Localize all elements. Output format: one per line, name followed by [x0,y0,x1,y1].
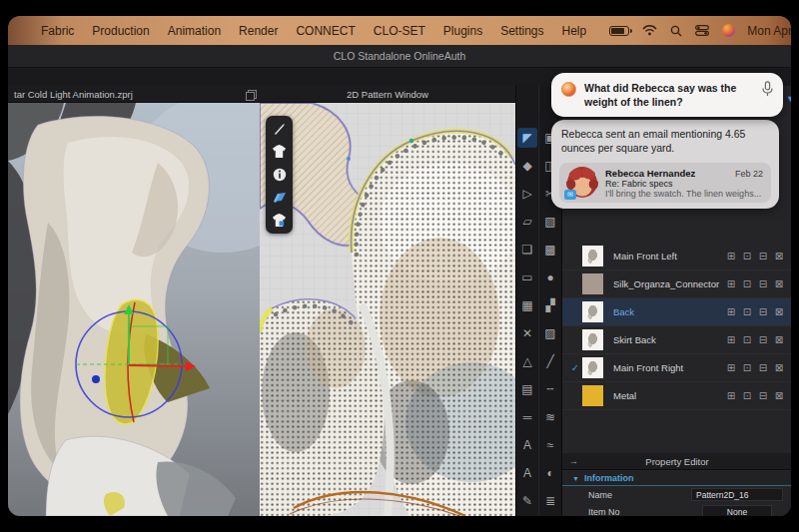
seam-allowance-tool[interactable]: ═ [517,407,537,427]
pleats-tool[interactable]: ▤ [517,379,537,399]
row-checkmark-icon[interactable]: ✓ [568,362,582,373]
duplicate-icon[interactable]: ⊠ [773,278,785,289]
add-icon[interactable]: ⊞ [725,390,737,401]
assign-icon[interactable]: ⊡ [741,278,753,289]
assign-icon[interactable]: ⊡ [741,390,753,401]
search-icon[interactable] [670,25,682,37]
pen-icon[interactable] [271,121,288,137]
menu-item-plugins[interactable]: Plugins [434,24,491,38]
fabric-swatch-thumbnail[interactable] [582,329,603,350]
save-icon[interactable]: ⊟ [757,362,769,373]
object-row[interactable]: Silk_Organza_Connector⊞⊡⊟⊠ [562,270,791,298]
garment-texture-tool[interactable]: ▨ [540,323,560,343]
menu-item-fabric[interactable]: Fabric [32,24,83,38]
duplicate-icon[interactable]: ⊠ [773,362,785,373]
name-label: Name [588,490,691,500]
section-information[interactable]: ▼ Information [562,471,791,486]
assign-icon[interactable]: ⊡ [741,306,753,317]
assign-icon[interactable]: ⊡ [741,334,753,345]
menu-item-animation[interactable]: Animation [159,24,230,38]
object-row[interactable]: Metal⊞⊡⊟⊠ [562,382,791,410]
duplicate-icon[interactable]: ⊠ [773,251,785,262]
save-icon[interactable]: ⊟ [757,306,769,317]
menu-item-settings[interactable]: Settings [491,24,552,38]
pattern2d-header: 2D Pattern Window [260,86,515,103]
itemno-input[interactable]: None [702,505,772,516]
dock-icon[interactable]: → [569,456,578,466]
menu-item-production[interactable]: Production [83,24,158,38]
menu-item-connect[interactable]: CONNECT [287,24,364,38]
assistant-query-bubble[interactable]: What did Rebecca say was the weight of t… [551,73,783,117]
fabric-blue-icon[interactable] [271,190,288,206]
control-center-icon[interactable] [695,25,709,36]
add-icon[interactable]: ⊞ [725,251,737,262]
fabric-swatch-thumbnail[interactable] [582,301,603,322]
add-icon[interactable]: ⊞ [725,334,737,345]
pattern-piece-bottom-left[interactable] [260,299,385,516]
duplicate-icon[interactable]: ⊠ [773,390,785,401]
viewport3d-canvas[interactable] [8,103,260,516]
assign-icon[interactable]: ⊡ [741,251,753,262]
dashed-line-tool[interactable]: ╌ [540,379,560,399]
fabric-swatch-thumbnail[interactable] [582,273,603,294]
edit-pattern-tool[interactable]: ◆ [517,156,537,176]
garment-fabric-icon[interactable] [271,213,288,229]
fabric-swatch-thumbnail[interactable] [582,246,603,266]
solidify-tool[interactable]: ● [540,267,560,287]
create-rectangle-tool[interactable]: ▭ [517,267,537,287]
grading-tool[interactable]: ✎ [517,491,537,511]
fabric-swatch-thumbnail[interactable] [582,357,603,378]
avatar: ✉ [567,168,597,198]
gizmo-z-handle[interactable] [92,375,100,383]
save-icon[interactable]: ⊟ [757,251,769,262]
collapse-triangle-icon[interactable]: ▼ [572,475,579,482]
save-icon[interactable]: ⊟ [757,278,769,289]
object-row[interactable]: Main Front Left⊞⊡⊟⊠ [562,243,791,270]
save-icon[interactable]: ⊟ [757,390,769,401]
menubar-app-menus: FabricProductionAnimation [32,24,230,38]
add-icon[interactable]: ⊞ [725,278,737,289]
menubar-clock[interactable]: Mon Apr 1 9:41 AM [747,24,791,38]
menu-item-help[interactable]: Help [553,24,596,38]
duplicate-icon[interactable]: ⊠ [773,334,785,345]
edit-curvature-tool[interactable]: ▷ [517,184,537,204]
select-move-tool[interactable]: ◤ [517,128,537,148]
mail-badge-icon: ✉ [564,190,576,200]
assistant-query-text: What did Rebecca say was the weight of t… [584,81,754,109]
detach-sewing-tool[interactable]: ▧ [540,212,560,232]
cut-sew-tool[interactable]: △ [517,351,537,371]
name-input[interactable]: Pattern2D_16 [691,488,783,501]
duplicate-icon[interactable]: ⊠ [773,306,785,317]
save-icon[interactable]: ⊟ [757,334,769,345]
pattern2d-canvas[interactable] [260,103,515,516]
garment-fit-tool[interactable]: ▞ [540,295,560,315]
text-style-tool[interactable]: A [517,463,537,483]
add-point-tool[interactable]: ▱ [517,212,537,232]
wavy-stitch-tool[interactable]: ≈ [540,435,560,455]
detach-window-icon[interactable] [246,90,255,99]
trace-tool[interactable]: ✕ [517,323,537,343]
steam-iron-tool[interactable]: ▩ [540,240,560,260]
object-row[interactable]: Skirt Back⊞⊡⊟⊠ [562,326,791,354]
email-result-card[interactable]: ✉ Rebecca Hernandez Feb 22 Re: Fabric sp… [559,163,771,203]
text-tool[interactable]: A [517,435,537,455]
assign-icon[interactable]: ⊡ [741,362,753,373]
garment-icon[interactable] [271,144,288,160]
microphone-icon[interactable] [762,81,773,97]
pattern-swatch-tool[interactable]: ▦ [517,295,537,315]
object-row[interactable]: Back⊞⊡⊟⊠ [562,298,791,326]
tint-icon[interactable] [722,24,735,37]
add-icon[interactable]: ⊞ [725,306,737,317]
fabric-swatch-thumbnail[interactable] [582,385,603,406]
print-placement-tool[interactable]: ◐ [540,463,560,483]
fabric-layers-tool[interactable]: ≣ [540,491,560,511]
menu-item-render[interactable]: Render [230,24,287,38]
line-tool[interactable]: ╱ [540,351,560,371]
chevron-down-icon[interactable]: ▼ [786,94,791,104]
info-icon[interactable] [271,167,288,183]
zigzag-stitch-tool[interactable]: ≋ [540,407,560,427]
menu-item-clo-set[interactable]: CLO-SET [365,24,434,38]
object-row[interactable]: ✓Main Front Right⊞⊡⊟⊠ [562,354,791,382]
add-icon[interactable]: ⊞ [725,362,737,373]
create-polygon-tool[interactable]: ❏ [517,240,537,260]
